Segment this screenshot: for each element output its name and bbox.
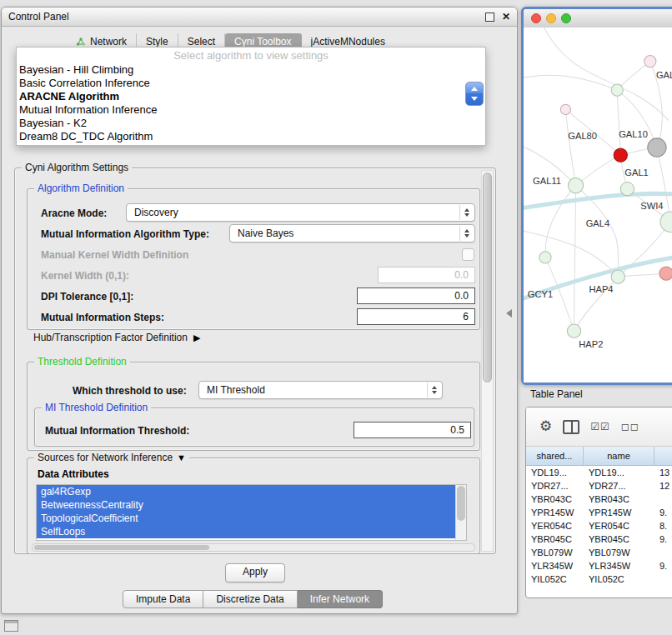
table-row[interactable]: YDR27...YDR27...12 — [526, 479, 672, 492]
network-node[interactable] — [568, 178, 583, 193]
network-canvas[interactable]: GAL80GAL10GAL11GAL1SWI4GAL4GCY1HAP4HAP2G… — [524, 28, 672, 382]
aracne-mode-value: Discovery — [134, 207, 178, 218]
network-node[interactable] — [614, 148, 627, 162]
algorithm-option-bayesian-k2[interactable]: Bayesian - K2 — [17, 117, 485, 130]
network-node[interactable] — [620, 182, 634, 196]
table-row[interactable]: YIL052CYIL052C — [526, 572, 672, 586]
dock-panel-icon[interactable] — [4, 620, 18, 632]
table-row[interactable]: YDL19...YDL19...13 — [526, 466, 672, 479]
table-cell: YBR043C — [526, 494, 584, 504]
settings-group-title: Cyni Algorithm Settings — [22, 162, 132, 173]
mi-steps-field[interactable]: 6 — [357, 308, 475, 325]
network-node[interactable] — [611, 270, 624, 283]
table-row[interactable]: YPR145WYPR145W9. — [526, 506, 672, 519]
stepper-icon — [459, 205, 474, 220]
bottom-tab-impute-data[interactable]: Impute Data — [123, 590, 203, 608]
columns-icon[interactable] — [563, 420, 579, 434]
dpi-tolerance-field[interactable]: 0.0 — [357, 288, 475, 304]
table-cell: YER054C — [584, 521, 654, 531]
table-cell: YDL19... — [584, 468, 654, 478]
network-node-label: GAL80 — [568, 131, 597, 141]
float-window-icon[interactable] — [485, 12, 494, 22]
network-edge — [524, 230, 618, 277]
table-panel-window: ⚙ ☑☑ ◻◻ shared...name YDL19...YDL19...13… — [525, 407, 672, 598]
control-panel-window: Control Panel ✕ NetworkStyleSelectCyni T… — [1, 7, 518, 614]
aracne-mode-combobox[interactable]: Discovery — [126, 203, 475, 222]
table-cell: YIL052C — [584, 574, 654, 584]
table-row[interactable]: YER054CYER054C8. — [526, 519, 672, 532]
bottom-tab-infer-network[interactable]: Infer Network — [298, 590, 383, 608]
expand-down-icon: ▼ — [177, 452, 186, 463]
network-node-label: HAP2 — [579, 339, 603, 349]
network-node[interactable] — [648, 138, 666, 157]
expand-right-icon: ▶ — [193, 332, 200, 343]
table-column-header[interactable]: shared... — [526, 447, 584, 465]
network-node[interactable] — [659, 267, 672, 280]
hub-definition-expander[interactable]: Hub/Transcription Factor Definition ▶ — [33, 332, 200, 343]
table-cell: 8. — [654, 521, 672, 531]
data-attributes-list: gal4RGexpBetweennessCentralityTopologica… — [36, 484, 467, 541]
settings-scrollbar[interactable] — [481, 170, 494, 552]
attribute-item-selfloops[interactable]: SelfLoops — [37, 525, 456, 538]
mi-algorithm-type-combobox[interactable]: Naive Bayes — [229, 224, 475, 242]
attribute-item-betweennesscentrality[interactable]: BetweennessCentrality — [37, 498, 456, 512]
table-cell: YLR345W — [526, 561, 584, 571]
algorithm-popup-placeholder: Select algorithm to view settings — [17, 48, 485, 63]
close-button[interactable] — [531, 13, 541, 23]
which-threshold-combobox[interactable]: MI Threshold — [198, 381, 443, 399]
network-view-window: GAL80GAL10GAL11GAL1SWI4GAL4GCY1HAP4HAP2G… — [521, 7, 672, 385]
network-node[interactable] — [567, 324, 580, 338]
table-cell: YDR27... — [526, 481, 584, 491]
minimize-button[interactable] — [546, 13, 556, 23]
bottom-tab-discretize-data[interactable]: Discretize Data — [203, 590, 297, 608]
algorithm-combobox-stepper[interactable] — [465, 82, 484, 106]
network-node[interactable] — [539, 252, 551, 263]
table-cell: YER054C — [526, 521, 584, 531]
deselect-all-columns-icon[interactable]: ◻◻ — [621, 421, 639, 432]
attributes-scrollbar[interactable] — [455, 485, 466, 540]
network-node[interactable] — [611, 84, 623, 96]
table-column-header[interactable] — [654, 447, 672, 465]
scrollbar-thumb[interactable] — [457, 486, 465, 521]
algorithm-option-aracne-algorithm[interactable]: ARACNE Algorithm — [17, 90, 485, 103]
algorithm-option-basic-correlation-inference[interactable]: Basic Correlation Inference — [17, 77, 485, 90]
scrollbar-thumb[interactable] — [34, 545, 209, 550]
table-row[interactable]: YBL079WYBL079W — [526, 546, 672, 559]
algorithm-option-dream8-dc-tdc-algorithm[interactable]: Dream8 DC_TDC Algorithm — [17, 130, 485, 143]
zoom-button[interactable] — [561, 13, 571, 23]
attribute-item-gal4rgexp[interactable]: gal4RGexp — [37, 485, 456, 498]
threshold-definition-group: Threshold Definition Which threshold to … — [27, 362, 480, 451]
tab-label: Select — [188, 36, 215, 48]
panel-splitter-handle[interactable] — [506, 309, 512, 318]
close-icon[interactable]: ✕ — [502, 12, 510, 22]
mi-threshold-label: Mutual Information Threshold: — [45, 425, 189, 437]
gear-icon[interactable]: ⚙ — [539, 419, 552, 434]
network-titlebar[interactable] — [524, 9, 672, 28]
table-row[interactable]: YBR045CYBR045C9. — [526, 532, 672, 546]
network-node[interactable] — [560, 104, 570, 114]
table-column-header[interactable]: name — [584, 447, 654, 465]
table-cell: YIL052C — [526, 574, 584, 584]
stepper-icon — [459, 226, 474, 241]
table-cell: YLR345W — [584, 561, 654, 571]
network-edge — [617, 90, 620, 155]
kernel-width-field[interactable]: 0.0 — [378, 267, 475, 283]
attribute-item-topologicalcoefficient[interactable]: TopologicalCoefficient — [37, 512, 456, 525]
table-row[interactable]: YBR043CYBR043C — [526, 492, 672, 506]
algorithm-option-bayesian-hill-climbing[interactable]: Bayesian - Hill Climbing — [17, 63, 485, 77]
network-edge — [574, 186, 576, 331]
manual-kernel-checkbox[interactable] — [462, 248, 474, 261]
mi-threshold-field[interactable]: 0.5 — [354, 422, 471, 438]
mi-algorithm-type-value: Naive Bayes — [238, 228, 293, 239]
network-edge — [524, 75, 617, 90]
network-node[interactable] — [644, 55, 656, 67]
apply-button[interactable]: Apply — [225, 563, 285, 582]
select-all-columns-icon[interactable]: ☑☑ — [590, 421, 610, 432]
algorithm-option-mutual-information-inference[interactable]: Mutual Information Inference — [17, 103, 485, 117]
sources-title[interactable]: Sources for Network Inference ▼ — [34, 452, 189, 463]
table-panel-title: Table Panel — [530, 388, 583, 400]
attributes-hscrollbar[interactable] — [32, 543, 475, 552]
scrollbar-thumb[interactable] — [483, 172, 492, 382]
control-panel-titlebar[interactable]: Control Panel ✕ — [2, 8, 517, 27]
table-row[interactable]: YLR345WYLR345W9. — [526, 559, 672, 572]
